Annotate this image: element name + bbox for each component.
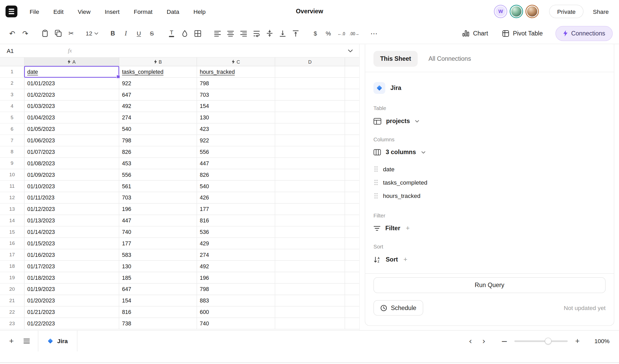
cell-B4[interactable]: 492: [119, 101, 197, 112]
cell-D10[interactable]: [275, 169, 345, 181]
connections-button[interactable]: Connections: [555, 26, 613, 41]
cell-D15[interactable]: [275, 226, 345, 238]
row-number-7[interactable]: 7: [0, 135, 25, 146]
cell-B14[interactable]: 447: [119, 215, 197, 226]
cell-filler[interactable]: [345, 272, 359, 284]
cell-filler[interactable]: [345, 158, 359, 169]
zoom-in-button[interactable]: +: [572, 337, 582, 345]
cell-C5[interactable]: 130: [197, 112, 275, 124]
cell-A7[interactable]: 01/06/2023: [25, 135, 119, 146]
drag-handle-icon[interactable]: [374, 166, 378, 172]
cell-A21[interactable]: 01/20/2023: [25, 295, 119, 307]
cell-filler[interactable]: [345, 204, 359, 215]
cell-B3[interactable]: 647: [119, 89, 197, 101]
cell-C3[interactable]: 703: [197, 89, 275, 101]
cell-C4[interactable]: 154: [197, 101, 275, 112]
next-sheet-button[interactable]: ›: [477, 336, 490, 346]
avatar-w[interactable]: W: [494, 5, 507, 18]
cell-A19[interactable]: 01/18/2023: [25, 272, 119, 284]
menu-item-edit[interactable]: Edit: [53, 8, 63, 15]
cell-C20[interactable]: 798: [197, 284, 275, 295]
align-top-button[interactable]: [290, 28, 301, 39]
cell-C22[interactable]: 600: [197, 306, 275, 318]
zoom-slider-knob[interactable]: [545, 338, 551, 344]
column-item-tasks_completed[interactable]: tasks_completed: [373, 175, 606, 189]
cell-C7[interactable]: 922: [197, 135, 275, 146]
cell-C18[interactable]: 492: [197, 261, 275, 272]
tab-this-sheet[interactable]: This Sheet: [373, 51, 418, 67]
cell-filler[interactable]: [345, 226, 359, 238]
cell-filler[interactable]: [345, 306, 359, 318]
cell-D22[interactable]: [275, 306, 345, 318]
column-item-hours_tracked[interactable]: hours_tracked: [373, 189, 606, 202]
cell-B21[interactable]: 154: [119, 295, 197, 307]
cell-B13[interactable]: 196: [119, 204, 197, 215]
schedule-button[interactable]: Schedule: [373, 300, 423, 316]
percent-format-button[interactable]: %: [323, 28, 333, 39]
cell-B16[interactable]: 177: [119, 238, 197, 249]
cell-filler[interactable]: [345, 318, 359, 329]
cell-C13[interactable]: 177: [197, 204, 275, 215]
avatar-photo-1[interactable]: [510, 5, 523, 18]
cell-B11[interactable]: 561: [119, 181, 197, 192]
cell-B2[interactable]: 922: [119, 78, 197, 89]
cell-filler[interactable]: [345, 169, 359, 181]
row-number-18[interactable]: 18: [0, 261, 25, 272]
row-number-10[interactable]: 10: [0, 169, 25, 181]
zoom-slider-track[interactable]: [514, 341, 568, 342]
cell-A9[interactable]: 01/08/2023: [25, 158, 119, 169]
cell-filler[interactable]: [345, 135, 359, 146]
cell-filler[interactable]: [345, 89, 359, 101]
row-number-14[interactable]: 14: [0, 215, 25, 226]
share-button[interactable]: Share: [593, 8, 609, 15]
grid-corner[interactable]: [0, 58, 25, 66]
cell-filler[interactable]: [345, 192, 359, 204]
cell-D20[interactable]: [275, 284, 345, 295]
wrap-text-button[interactable]: [251, 28, 261, 39]
cell-filler[interactable]: [345, 249, 359, 261]
cell-A11[interactable]: 01/10/2023: [25, 181, 119, 192]
row-number-15[interactable]: 15: [0, 226, 25, 238]
cell-D3[interactable]: [275, 89, 345, 101]
add-filter-button[interactable]: +: [406, 225, 410, 232]
row-number-4[interactable]: 4: [0, 101, 25, 112]
add-sheet-button[interactable]: +: [5, 335, 17, 347]
cell-C2[interactable]: 798: [197, 78, 275, 89]
cell-C9[interactable]: 447: [197, 158, 275, 169]
cell-A13[interactable]: 01/12/2023: [25, 204, 119, 215]
column-item-date[interactable]: date: [373, 162, 606, 175]
row-number-8[interactable]: 8: [0, 146, 25, 158]
align-bottom-button[interactable]: [277, 28, 288, 39]
prev-sheet-button[interactable]: ‹: [464, 336, 477, 346]
cell-A10[interactable]: 01/09/2023: [25, 169, 119, 181]
cell-D12[interactable]: [275, 192, 345, 204]
copy-button[interactable]: [53, 28, 63, 39]
column-header-d[interactable]: D: [275, 58, 345, 66]
redo-button[interactable]: ↷: [20, 28, 30, 39]
vertical-align-center-button[interactable]: [264, 28, 275, 39]
row-number-5[interactable]: 5: [0, 112, 25, 124]
row-number-3[interactable]: 3: [0, 89, 25, 101]
tab-all-connections[interactable]: All Connections: [422, 51, 478, 67]
row-number-20[interactable]: 20: [0, 284, 25, 295]
cell-D4[interactable]: [275, 101, 345, 112]
cell-A5[interactable]: 01/04/2023: [25, 112, 119, 124]
currency-format-button[interactable]: $: [310, 28, 320, 39]
cell-filler[interactable]: [345, 146, 359, 158]
row-number-1[interactable]: 1: [0, 66, 25, 78]
menu-item-insert[interactable]: Insert: [105, 8, 120, 15]
cell-C15[interactable]: 536: [197, 226, 275, 238]
cell-A20[interactable]: 01/19/2023: [25, 284, 119, 295]
increase-decimals-button[interactable]: .00→: [349, 28, 359, 39]
cell-filler[interactable]: [345, 261, 359, 272]
row-number-9[interactable]: 9: [0, 158, 25, 169]
cell-A6[interactable]: 01/05/2023: [25, 123, 119, 135]
cell-filler[interactable]: [345, 112, 359, 124]
fill-color-button[interactable]: [180, 28, 190, 39]
cell-A1[interactable]: date: [25, 66, 119, 78]
cell-filler[interactable]: [345, 78, 359, 89]
connection-row[interactable]: Jira: [373, 82, 606, 94]
cell-C23[interactable]: 740: [197, 318, 275, 329]
cell-D7[interactable]: [275, 135, 345, 146]
cut-button[interactable]: ✂: [66, 28, 76, 39]
